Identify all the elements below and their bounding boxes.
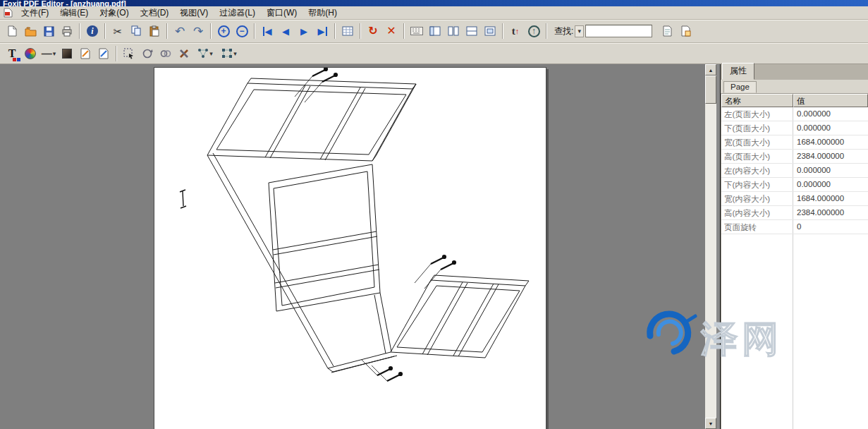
cut-button[interactable]: ✂ — [109, 23, 127, 40]
edit-object-button[interactable] — [76, 44, 94, 62]
undo-button[interactable]: ↶ — [171, 23, 189, 40]
rotate-page-button[interactable]: ↻ — [364, 23, 382, 40]
scissors-icon: ✂ — [114, 26, 123, 37]
color-tool-button[interactable] — [21, 44, 39, 62]
up-circle-icon: ↑ — [528, 25, 540, 37]
keyboard-button[interactable] — [408, 23, 426, 40]
toolbar-separator — [166, 23, 168, 39]
menu-edit[interactable]: 编辑(E) — [55, 6, 93, 20]
toolbar-separator — [403, 23, 405, 39]
rotate-object-icon — [142, 48, 153, 59]
color-wheel-icon — [25, 48, 36, 59]
toolbar-separator — [502, 23, 503, 39]
property-row[interactable]: 左(内容大小)0.000000 — [721, 164, 868, 178]
toolbar-separator — [116, 46, 117, 61]
first-page-icon: ◀ — [263, 27, 272, 36]
layout-two-page-button[interactable] — [444, 23, 463, 40]
find-input[interactable] — [585, 25, 652, 37]
paste-button[interactable] — [145, 23, 164, 40]
properties-grid: 名称 值 左(页面大小)0.000000 下(页面大小)0.000000 宽(页… — [721, 94, 868, 429]
find-label: 查找: — [554, 25, 573, 37]
property-row[interactable]: 下(内容大小)0.000000 — [721, 178, 868, 192]
property-row[interactable]: 宽(页面大小)1684.000000 — [721, 135, 868, 150]
next-page-button[interactable]: ▶ — [295, 23, 313, 40]
toolbar-separator — [210, 23, 212, 39]
property-row[interactable]: 宽(内容大小)1684.000000 — [721, 192, 868, 206]
node-tool-button[interactable]: ▾ — [193, 44, 217, 62]
copy-button[interactable] — [127, 23, 145, 40]
tab-page[interactable]: Page — [723, 81, 757, 93]
upload-button[interactable]: ↑ — [525, 23, 543, 40]
toolbar-separator — [254, 23, 255, 39]
redo-icon: ↷ — [193, 25, 203, 37]
zoom-out-icon: − — [236, 25, 248, 37]
new-button[interactable] — [3, 23, 21, 40]
toolbar-separator — [104, 23, 106, 39]
menu-filter[interactable]: 过滤器(L) — [214, 6, 260, 20]
scroll-up-button[interactable]: ▲ — [705, 64, 716, 75]
clipboard-icon — [149, 25, 160, 37]
column-header-value: 值 — [793, 94, 868, 107]
path-tool-button[interactable]: ▾ — [217, 44, 241, 62]
menu-bar: 文件(F) 编辑(E) 对象(O) 文档(D) 视图(V) 过滤器(L) 窗口(… — [0, 6, 868, 20]
fill-tool-button[interactable] — [58, 44, 76, 62]
layout-fit-button[interactable] — [481, 23, 499, 40]
doc-props-button[interactable] — [658, 23, 676, 40]
doc-attach-button[interactable] — [676, 23, 695, 40]
menu-object[interactable]: 对象(O) — [94, 6, 133, 20]
new-page-icon — [6, 25, 18, 37]
print-button[interactable] — [58, 23, 76, 40]
scroll-thumb[interactable] — [705, 75, 716, 104]
property-row[interactable]: 高(内容大小)2384.000000 — [721, 206, 868, 220]
delete-page-button[interactable]: ✕ — [382, 23, 401, 40]
select-tool-button[interactable] — [120, 44, 138, 62]
delete-icon: ✕ — [386, 25, 396, 37]
property-row[interactable]: 高(页面大小)2384.000000 — [721, 150, 868, 164]
menu-window[interactable]: 窗口(W) — [262, 6, 302, 20]
prev-page-button[interactable]: ◀ — [276, 23, 295, 40]
text-up-button[interactable]: t ↑ — [506, 23, 525, 40]
vertical-scrollbar[interactable]: ▲ ▼ — [705, 64, 716, 429]
menu-help[interactable]: 帮助(H) — [303, 6, 342, 20]
document-canvas[interactable] — [0, 64, 705, 429]
pdf-page[interactable] — [154, 67, 546, 429]
layout-single-button[interactable] — [426, 23, 444, 40]
property-row[interactable]: 页面旋转0 — [721, 220, 868, 234]
menu-file[interactable]: 文件(F) — [16, 6, 54, 20]
edit-content-button[interactable] — [94, 44, 113, 62]
layout-split-button[interactable] — [463, 23, 481, 40]
zoom-in-button[interactable]: + — [214, 23, 233, 40]
info-button[interactable]: i — [83, 23, 102, 40]
undo-icon: ↶ — [175, 25, 185, 37]
panel-tab-strip: 属性 — [721, 64, 868, 80]
redo-button[interactable]: ↷ — [189, 23, 207, 40]
transform-flip-button[interactable] — [157, 44, 175, 62]
chevron-down-icon: ▾ — [233, 50, 237, 57]
table-icon — [342, 26, 353, 36]
property-row[interactable]: 下(页面大小)0.000000 — [721, 121, 868, 135]
flip-object-icon — [160, 48, 171, 59]
find-group: 查找: ▾ — [554, 25, 652, 37]
first-page-button[interactable]: ◀ — [258, 23, 276, 40]
scroll-down-button[interactable]: ▼ — [705, 418, 716, 429]
menu-view[interactable]: 视图(V) — [175, 6, 213, 20]
line-tool-button[interactable]: — ▾ — [39, 44, 58, 62]
chevron-down-icon: ▾ — [209, 50, 213, 57]
zoom-out-button[interactable]: − — [233, 23, 251, 40]
page-table-button[interactable] — [338, 23, 357, 40]
menu-document[interactable]: 文档(D) — [135, 6, 174, 20]
tools-button[interactable] — [175, 44, 193, 62]
property-row[interactable]: 左(页面大小)0.000000 — [721, 107, 868, 121]
grid-header: 名称 值 — [721, 94, 868, 107]
find-dropdown-button[interactable]: ▾ — [575, 25, 584, 37]
edit-pencil-blue-icon — [98, 48, 109, 59]
save-button[interactable] — [39, 23, 58, 40]
text-tool-button[interactable]: T — [3, 44, 21, 62]
up-arrow-icon: ↑ — [515, 28, 520, 35]
last-page-button[interactable]: ▶ — [313, 23, 331, 40]
tab-properties[interactable]: 属性 — [722, 63, 754, 80]
nodes-icon — [197, 48, 209, 59]
transform-rotate-button[interactable] — [138, 44, 157, 62]
marquee-select-icon — [123, 48, 135, 59]
open-button[interactable] — [21, 23, 39, 40]
